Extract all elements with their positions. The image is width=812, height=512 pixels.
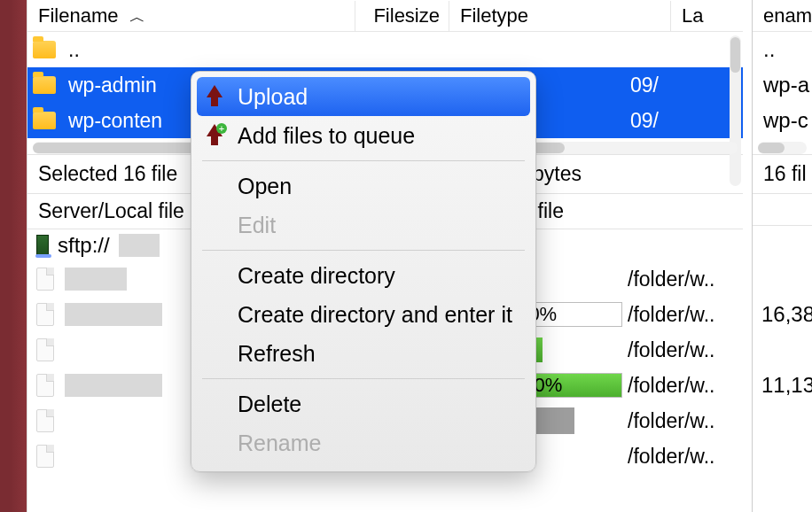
remote-status-text: 16 fil bbox=[763, 162, 807, 185]
remote-path: /folder/w.. bbox=[628, 409, 743, 433]
col-filename[interactable]: Filename ︿ bbox=[27, 1, 355, 31]
menu-item-edit: Edit bbox=[191, 206, 535, 244]
blank-icon bbox=[204, 343, 225, 364]
remote-path: /folder/w.. bbox=[628, 445, 743, 469]
context-menu: Upload + Add files to queue Open Edit Cr… bbox=[191, 71, 536, 472]
menu-separator bbox=[202, 250, 525, 251]
menu-label: Create directory and enter it bbox=[238, 302, 512, 328]
blank-icon bbox=[204, 393, 225, 415]
file-icon bbox=[36, 445, 54, 468]
col-filetype[interactable]: Filetype bbox=[449, 1, 671, 31]
remote-status: 16 fil bbox=[753, 154, 812, 194]
queue-size bbox=[753, 261, 812, 297]
menu-item-create-directory-enter[interactable]: Create directory and enter it bbox=[191, 295, 535, 334]
file-icon bbox=[36, 409, 54, 432]
blank-icon bbox=[204, 175, 225, 197]
host-scheme: sftp:// bbox=[58, 233, 110, 258]
menu-separator bbox=[202, 378, 525, 379]
scrollbar-thumb[interactable] bbox=[758, 143, 785, 153]
folder-icon bbox=[33, 112, 56, 129]
server-icon bbox=[36, 235, 49, 256]
horizontal-scrollbar[interactable] bbox=[758, 142, 807, 154]
remote-path: /folder/w.. bbox=[628, 268, 743, 291]
redacted bbox=[65, 374, 162, 397]
menu-label: Refresh bbox=[238, 341, 316, 367]
menu-label: Delete bbox=[238, 392, 301, 417]
vertical-scrollbar[interactable] bbox=[730, 35, 741, 186]
menu-item-rename: Rename bbox=[191, 423, 535, 462]
window-left-edge bbox=[0, 0, 27, 512]
col-filename-label: Filename bbox=[38, 4, 118, 27]
upload-plus-icon: + bbox=[204, 125, 225, 146]
queue-size: 16,38 bbox=[753, 297, 812, 332]
queue-header-left: Server/Local file bbox=[38, 199, 184, 223]
blank-icon bbox=[204, 432, 225, 454]
file-mod: 09/ bbox=[618, 74, 662, 97]
file-icon bbox=[36, 374, 54, 397]
folder-icon bbox=[33, 41, 56, 58]
remote-queue-header bbox=[753, 194, 812, 226]
menu-label: Add files to queue bbox=[238, 123, 415, 149]
menu-label: Rename bbox=[238, 431, 322, 456]
file-name: .. bbox=[68, 38, 743, 62]
upload-icon bbox=[204, 86, 225, 107]
redacted bbox=[65, 303, 162, 326]
col-lastmod[interactable]: La bbox=[671, 1, 743, 31]
col-filesize-label: Filesize bbox=[373, 4, 440, 27]
remote-path: /folder/w.. bbox=[628, 338, 743, 362]
remote-file-row[interactable]: wp-a bbox=[753, 67, 812, 103]
file-row-parent[interactable]: .. bbox=[27, 32, 743, 67]
col-filesize[interactable]: Filesize bbox=[355, 1, 449, 31]
menu-separator bbox=[202, 160, 525, 161]
remote-file-row[interactable]: wp-c bbox=[753, 103, 812, 138]
blank-icon bbox=[204, 265, 225, 286]
folder-icon bbox=[33, 76, 56, 94]
menu-item-refresh[interactable]: Refresh bbox=[191, 334, 535, 373]
menu-item-add-to-queue[interactable]: + Add files to queue bbox=[191, 116, 535, 155]
file-name: wp-a bbox=[763, 73, 809, 97]
spacer bbox=[753, 226, 812, 261]
file-mod: 09/ bbox=[618, 109, 662, 133]
menu-label: Edit bbox=[238, 213, 276, 238]
col-lastmod-label: La bbox=[682, 4, 703, 27]
menu-item-open[interactable]: Open bbox=[191, 167, 535, 206]
menu-item-create-directory[interactable]: Create directory bbox=[191, 256, 535, 295]
status-right: 4 bytes bbox=[516, 162, 732, 186]
redacted bbox=[65, 268, 127, 291]
col-remote-filename[interactable]: ename bbox=[753, 1, 812, 31]
queue-size bbox=[753, 332, 812, 368]
remote-path: /folder/w.. bbox=[628, 303, 743, 327]
remote-file-row[interactable]: .. bbox=[753, 32, 812, 67]
col-filetype-label: Filetype bbox=[460, 4, 528, 27]
menu-item-upload[interactable]: Upload bbox=[197, 77, 530, 116]
remote-path: /folder/w.. bbox=[628, 374, 743, 398]
blank-icon bbox=[204, 214, 225, 236]
local-columns-header: Filename ︿ Filesize Filetype La bbox=[27, 0, 743, 32]
status-left: Selected 16 file bbox=[38, 162, 177, 186]
sort-asc-icon: ︿ bbox=[129, 9, 145, 25]
file-icon bbox=[36, 268, 54, 291]
file-name: .. bbox=[763, 37, 775, 62]
menu-item-delete[interactable]: Delete bbox=[191, 384, 535, 423]
blank-icon bbox=[204, 304, 225, 325]
col-remote-filename-label: ename bbox=[763, 4, 812, 27]
menu-label: Create directory bbox=[238, 263, 395, 289]
file-icon bbox=[36, 303, 54, 326]
menu-label: Upload bbox=[238, 84, 308, 110]
queue-header-right: file bbox=[538, 199, 732, 223]
file-name: wp-c bbox=[763, 108, 808, 133]
menu-label: Open bbox=[238, 174, 292, 199]
remote-file-panel: ename .. wp-a wp-c 16 fil 16,38 11,13 bbox=[752, 0, 812, 512]
redacted-host bbox=[119, 234, 160, 257]
file-icon bbox=[36, 338, 54, 361]
queue-size: 11,13 bbox=[753, 368, 812, 403]
scrollbar-thumb[interactable] bbox=[730, 37, 740, 73]
remote-columns-header: ename bbox=[753, 0, 812, 32]
